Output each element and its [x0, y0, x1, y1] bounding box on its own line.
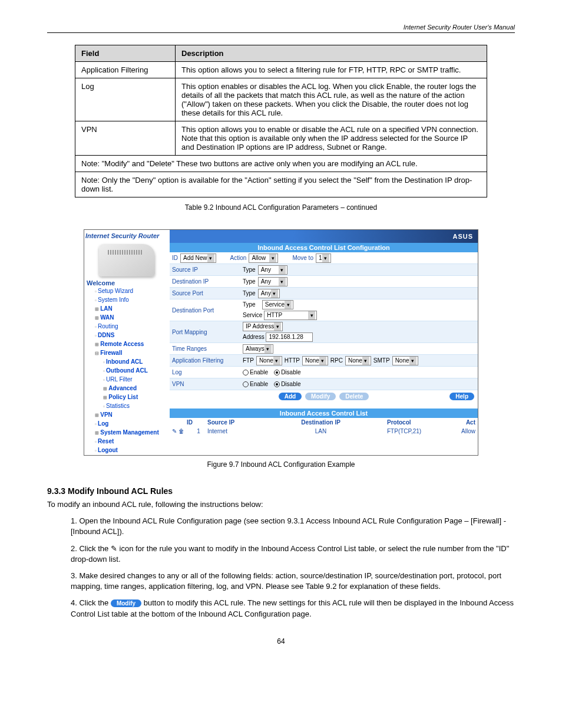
asus-logo: ASUS: [452, 233, 473, 240]
router-admin-screenshot: Internet Security Router Welcome Setup W…: [84, 229, 478, 456]
dest-port-type-select[interactable]: Service: [262, 300, 293, 309]
row-act: Allow: [446, 428, 475, 434]
table-row-note: Note: "Modify" and "Delete" These two bu…: [75, 156, 487, 172]
address-label: Address: [243, 334, 265, 340]
delete-button[interactable]: Delete: [339, 393, 369, 400]
list-title: Inbound Access Control List: [170, 409, 478, 418]
field-name: Log: [75, 78, 176, 121]
nav-policy-list[interactable]: Policy List: [87, 393, 170, 402]
nav-logout[interactable]: Logout: [87, 446, 170, 455]
col-source-ip: Source IP: [207, 419, 254, 426]
field-table: Field Description Application Filtering …: [75, 45, 487, 197]
nav-lan[interactable]: LAN: [87, 305, 170, 314]
log-enable-radio[interactable]: Enable: [243, 369, 268, 375]
nav-statistics[interactable]: Statistics: [87, 402, 170, 411]
product-title: Internet Security Router: [84, 230, 170, 242]
ftp-select[interactable]: None: [256, 356, 282, 365]
smtp-select[interactable]: None: [392, 356, 418, 365]
col-protocol: Protocol: [387, 419, 446, 426]
nav-setup-wizard[interactable]: Setup Wizard: [87, 287, 170, 296]
nav-outbound-acl[interactable]: Outbound ACL: [87, 367, 170, 375]
nav-firewall[interactable]: Firewall: [87, 349, 170, 358]
action-label: Action: [230, 255, 247, 261]
edit-icon[interactable]: ✎: [172, 428, 177, 434]
field-desc: This option allows you to select a filte…: [176, 62, 487, 78]
service-label: Service: [243, 312, 262, 318]
nav-ddns[interactable]: DDNS: [87, 331, 170, 340]
source-ip-type-select[interactable]: Any: [258, 265, 287, 275]
http-label: HTTP: [285, 357, 300, 364]
app-filtering-label: Application Filtering: [172, 357, 243, 364]
add-button[interactable]: Add: [279, 393, 302, 400]
body-text: To modify an inbound ACL rule, following…: [47, 499, 515, 620]
table-row-note: Note: Only the "Deny" option is availabl…: [75, 172, 487, 197]
col-id: ID: [172, 419, 207, 426]
list-row: ✎🗑 1 Internet LAN FTP(TCP,21) Allow: [170, 427, 478, 436]
vpn-enable-radio[interactable]: Enable: [243, 381, 268, 387]
help-button[interactable]: Help: [449, 393, 474, 400]
source-port-label: Source Port: [172, 290, 243, 297]
trash-icon[interactable]: 🗑: [178, 428, 184, 434]
table-caption: Table 9.2 Inbound ACL Configuration Para…: [47, 203, 515, 212]
figure-caption: Figure 9.7 Inbound ACL Configuration Exa…: [47, 460, 515, 469]
http-select[interactable]: None: [302, 356, 328, 365]
dest-ip-type-select[interactable]: Any: [258, 277, 287, 286]
moveto-select[interactable]: 1: [316, 253, 331, 263]
modify-button[interactable]: Modify: [305, 393, 336, 400]
nav-url-filter[interactable]: URL Filter: [87, 375, 170, 384]
nav-reset[interactable]: Reset: [87, 437, 170, 446]
table-row: VPN This option allows you to enable or …: [75, 121, 487, 156]
nav-welcome[interactable]: Welcome: [87, 279, 170, 287]
smtp-label: SMTP: [373, 357, 390, 364]
table-row: Log This option enables or disables the …: [75, 78, 487, 121]
row-protocol: FTP(TCP,21): [387, 428, 446, 434]
nav-routing[interactable]: Routing: [87, 322, 170, 331]
time-ranges-select[interactable]: Always: [243, 344, 273, 354]
router-image: [99, 244, 155, 276]
field-desc: This option allows you to enable or disa…: [176, 121, 487, 156]
config-title: Inbound Access Control List Configuratio…: [170, 243, 478, 252]
log-label: Log: [172, 369, 243, 375]
service-select[interactable]: HTTP: [264, 311, 317, 320]
section-heading: 9.3.3 Modify Inbound ACL Rules: [47, 486, 515, 496]
action-select[interactable]: Allow: [249, 253, 278, 263]
type-label: Type: [243, 301, 256, 308]
address-input[interactable]: 192.168.1.28: [266, 332, 313, 342]
dest-ip-label: Destination IP: [172, 278, 243, 285]
nav-advanced[interactable]: Advanced: [87, 384, 170, 393]
note-desc: These two buttons are active only when y…: [176, 159, 417, 168]
time-ranges-label: Time Ranges: [172, 345, 243, 352]
nav-inbound-acl[interactable]: Inbound ACL: [87, 358, 170, 367]
nav-wan[interactable]: WAN: [87, 314, 170, 322]
note-field: Note: "Modify" and "Delete": [81, 159, 174, 168]
ftp-label: FTP: [243, 357, 254, 364]
nav-tree[interactable]: Welcome Setup Wizard System Info LAN WAN…: [84, 279, 170, 455]
nav-remote-access[interactable]: Remote Access: [87, 340, 170, 349]
col-dest-ip: Destination IP: [254, 419, 387, 426]
intro-para: To modify an inbound ACL rule, following…: [47, 499, 515, 510]
list-header: ID Source IP Destination IP Protocol Act: [170, 418, 478, 427]
vpn-label: VPN: [172, 381, 243, 387]
col-desc: Description: [176, 45, 487, 62]
col-act: Act: [446, 419, 475, 426]
rpc-select[interactable]: None: [345, 356, 371, 365]
step-2: 2. Click the ✎ icon for the rule you wan…: [71, 543, 515, 565]
type-label: Type: [243, 266, 256, 273]
row-id: 1: [190, 428, 207, 434]
type-label: Type: [243, 278, 256, 285]
id-select[interactable]: Add New: [180, 253, 216, 263]
vpn-disable-radio[interactable]: Disable: [274, 381, 300, 387]
log-disable-radio[interactable]: Disable: [274, 369, 300, 375]
header-rule: [47, 32, 515, 33]
nav-system-management[interactable]: System Management: [87, 429, 170, 437]
field-name: Application Filtering: [75, 62, 176, 78]
source-port-type-select[interactable]: Any: [258, 289, 280, 298]
top-banner: ASUS: [170, 230, 478, 243]
nav-vpn[interactable]: VPN: [87, 411, 170, 420]
row-dest-ip: LAN: [254, 428, 387, 434]
nav-system-info[interactable]: System Info: [87, 296, 170, 305]
note-cell: Note: "Modify" and "Delete" These two bu…: [75, 156, 487, 172]
note-field: Note: Only the "Deny" option is availabl…: [81, 176, 272, 185]
nav-log[interactable]: Log: [87, 420, 170, 429]
port-mapping-select[interactable]: IP Address: [243, 322, 283, 331]
